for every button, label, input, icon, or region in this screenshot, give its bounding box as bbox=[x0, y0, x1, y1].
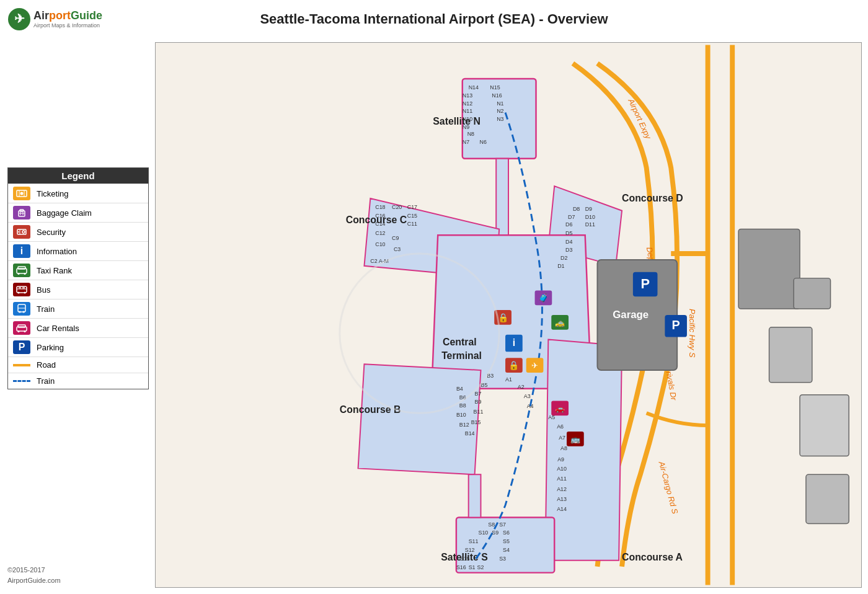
svg-text:C18: C18 bbox=[375, 204, 385, 210]
taxi-icon bbox=[13, 264, 30, 277]
security-icon bbox=[13, 225, 30, 239]
svg-text:N14: N14 bbox=[469, 84, 479, 91]
svg-text:D7: D7 bbox=[568, 214, 575, 220]
copyright: ©2015-2017AirportGuide.com bbox=[7, 565, 61, 585]
car-rentals-icon bbox=[13, 321, 30, 335]
svg-text:A13: A13 bbox=[557, 496, 567, 502]
svg-text:S5: S5 bbox=[503, 538, 510, 544]
svg-text:D6: D6 bbox=[565, 222, 572, 228]
svg-text:P: P bbox=[672, 318, 680, 332]
legend-item-parking: P Parking bbox=[8, 337, 148, 357]
svg-text:D9: D9 bbox=[585, 206, 592, 212]
svg-text:C11: C11 bbox=[407, 221, 417, 228]
svg-text:C15: C15 bbox=[407, 213, 417, 219]
train-line-label: Train bbox=[37, 376, 55, 386]
svg-text:A12: A12 bbox=[557, 486, 567, 492]
svg-text:B15: B15 bbox=[471, 419, 481, 425]
svg-text:N3: N3 bbox=[497, 116, 503, 122]
svg-rect-48 bbox=[806, 474, 849, 523]
bus-icon bbox=[13, 283, 30, 296]
svg-text:A6: A6 bbox=[557, 423, 564, 430]
svg-text:🚗: 🚗 bbox=[555, 404, 565, 414]
legend-item-ticketing: Ticketing bbox=[8, 184, 148, 203]
svg-point-34 bbox=[24, 330, 26, 332]
svg-text:B11: B11 bbox=[474, 409, 484, 415]
svg-text:D4: D4 bbox=[565, 239, 572, 245]
svg-text:S12: S12 bbox=[465, 547, 475, 553]
svg-text:S6: S6 bbox=[503, 530, 510, 536]
legend: Legend Ticketing Baggage Claim Security … bbox=[7, 167, 149, 389]
svg-point-33 bbox=[18, 330, 20, 332]
svg-text:N15: N15 bbox=[490, 84, 500, 91]
svg-text:S11: S11 bbox=[469, 538, 479, 544]
svg-text:S10: S10 bbox=[479, 530, 489, 536]
svg-text:B9: B9 bbox=[475, 399, 482, 405]
svg-text:A10: A10 bbox=[557, 466, 567, 472]
svg-text:S1: S1 bbox=[469, 564, 476, 570]
svg-text:N9: N9 bbox=[463, 124, 469, 130]
svg-text:N11: N11 bbox=[463, 108, 472, 114]
svg-rect-19 bbox=[17, 286, 27, 293]
svg-point-22 bbox=[24, 292, 26, 294]
svg-text:B4: B4 bbox=[456, 386, 463, 392]
legend-item-info: i Information bbox=[8, 241, 148, 260]
svg-point-17 bbox=[18, 273, 20, 275]
legend-item-road: Road bbox=[8, 357, 148, 373]
svg-text:🔒: 🔒 bbox=[508, 360, 520, 371]
svg-text:S15: S15 bbox=[460, 556, 470, 562]
car-rentals-label: Car Rentals bbox=[37, 324, 79, 333]
ticketing-icon bbox=[13, 187, 30, 200]
svg-text:C12: C12 bbox=[375, 230, 385, 236]
svg-text:B14: B14 bbox=[465, 430, 475, 437]
svg-rect-46 bbox=[794, 278, 830, 309]
svg-text:🚕: 🚕 bbox=[555, 318, 565, 328]
svg-text:Concourse A: Concourse A bbox=[622, 552, 683, 562]
svg-text:Garage: Garage bbox=[613, 309, 649, 321]
svg-text:A7: A7 bbox=[559, 435, 565, 441]
svg-text:🔒: 🔒 bbox=[498, 313, 509, 323]
svg-text:A2: A2 bbox=[518, 384, 525, 390]
svg-rect-45 bbox=[769, 327, 812, 383]
svg-text:B7: B7 bbox=[475, 391, 482, 397]
svg-text:N13: N13 bbox=[463, 92, 472, 99]
svg-text:Terminal: Terminal bbox=[441, 350, 482, 361]
svg-rect-44 bbox=[738, 229, 800, 309]
baggage-label: Baggage Claim bbox=[37, 208, 92, 218]
svg-text:A8: A8 bbox=[560, 445, 567, 451]
svg-text:N12: N12 bbox=[463, 100, 472, 107]
legend-item-taxi: Taxi Rank bbox=[8, 260, 148, 280]
svg-rect-32 bbox=[18, 325, 25, 327]
info-icon: i bbox=[13, 244, 30, 258]
svg-text:Concourse D: Concourse D bbox=[622, 193, 683, 203]
svg-text:C14: C14 bbox=[375, 221, 385, 228]
svg-text:S7: S7 bbox=[499, 521, 506, 528]
baggage-icon bbox=[13, 206, 30, 219]
svg-text:D3: D3 bbox=[565, 247, 572, 253]
svg-rect-47 bbox=[800, 395, 849, 456]
info-label: Information bbox=[37, 247, 77, 256]
svg-text:B12: B12 bbox=[459, 422, 469, 428]
svg-text:N16: N16 bbox=[492, 92, 502, 99]
legend-item-baggage: Baggage Claim bbox=[8, 203, 148, 222]
svg-text:C20: C20 bbox=[392, 204, 402, 210]
svg-text:S16: S16 bbox=[456, 564, 466, 570]
svg-text:D10: D10 bbox=[585, 214, 595, 220]
svg-text:🧳: 🧳 bbox=[538, 293, 549, 303]
taxi-label: Taxi Rank bbox=[37, 266, 72, 275]
legend-item-train-line: Train bbox=[8, 373, 148, 389]
svg-text:A3: A3 bbox=[524, 393, 531, 399]
svg-text:D1: D1 bbox=[557, 263, 564, 269]
svg-text:N2: N2 bbox=[497, 108, 503, 114]
svg-text:D8: D8 bbox=[573, 206, 580, 212]
svg-point-21 bbox=[18, 292, 20, 294]
train-dashed-icon bbox=[13, 380, 30, 382]
map-svg: Airport Expy Pacific Hwy S Arrivals Dr D… bbox=[156, 43, 861, 587]
svg-text:🚌: 🚌 bbox=[570, 435, 581, 445]
svg-text:N6: N6 bbox=[479, 139, 486, 145]
svg-point-13 bbox=[22, 231, 25, 233]
svg-text:A14: A14 bbox=[557, 506, 567, 512]
svg-text:S3: S3 bbox=[499, 556, 506, 562]
svg-text:Concourse B: Concourse B bbox=[340, 404, 401, 415]
parking-icon: P bbox=[13, 340, 30, 354]
svg-text:i: i bbox=[513, 337, 515, 348]
